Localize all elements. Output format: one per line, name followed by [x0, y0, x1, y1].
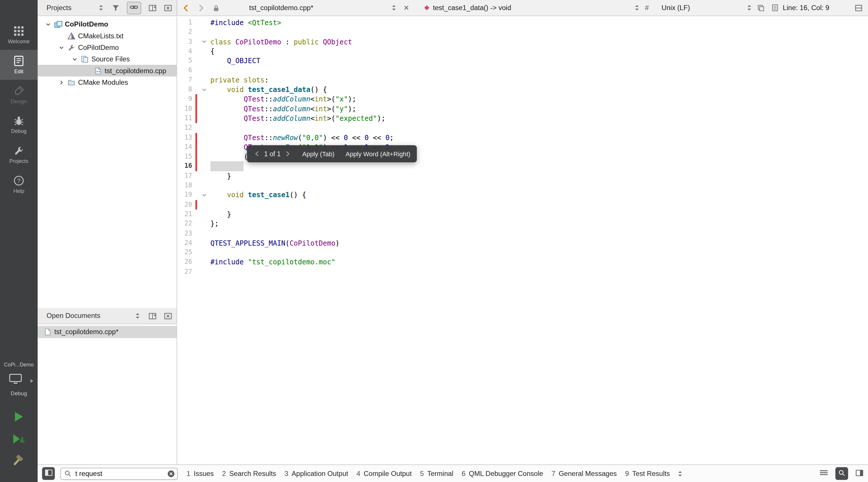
tree-item-copilotdemo[interactable]: CoPilotDemo [38, 41, 177, 53]
output-pane-chevron-icon[interactable] [677, 470, 684, 477]
fold-spacer [198, 200, 210, 209]
kit-selector-button[interactable] [9, 372, 29, 387]
code-line-7[interactable]: 7private slots: [177, 75, 868, 85]
code-line-19[interactable]: 19 void test_case1() { [177, 190, 868, 200]
code-line-23[interactable]: 23 [177, 229, 868, 238]
tree-item-cmake-modules[interactable]: CMake Modules [38, 76, 177, 88]
open-document-tst-copilotdemo-cpp[interactable]: tst_copilotdemo.cpp* [38, 326, 177, 338]
fold-marker-icon[interactable] [198, 190, 210, 200]
search-panel-toggle-button[interactable] [835, 467, 848, 480]
code-line-4[interactable]: 4{ [177, 47, 868, 56]
tree-item-copilotdemo[interactable]: CoPilotDemo [38, 18, 177, 30]
sync-with-editor-button[interactable] [127, 1, 141, 14]
close-panel-icon[interactable] [164, 4, 172, 11]
mode-projects[interactable]: Projects [0, 140, 38, 170]
code-line-22[interactable]: 22}; [177, 219, 868, 229]
code-line-24[interactable]: 24QTEST_APPLESS_MAIN(CoPilotDemo) [177, 238, 868, 248]
expander-open-icon[interactable] [57, 45, 66, 50]
previous-suggestion-icon[interactable] [253, 151, 260, 157]
mode-welcome[interactable]: Welcome [0, 20, 38, 50]
expander-open-icon[interactable] [70, 56, 80, 62]
code-line-12[interactable]: 12 [177, 123, 868, 133]
mode-edit[interactable]: Edit [0, 50, 38, 80]
code-line-18[interactable]: 18 [177, 181, 868, 190]
panel-selector-chevron-icon[interactable] [134, 312, 141, 320]
cpp-file-icon [93, 67, 103, 75]
line-ending-chevron-icon[interactable] [746, 0, 753, 16]
output-pane-qml-debugger-console[interactable]: 6QML Debugger Console [462, 470, 543, 477]
mode-label: Edit [14, 68, 23, 74]
output-pane-general-messages[interactable]: 7General Messages [552, 470, 617, 477]
code-line-20[interactable]: 20 [177, 200, 868, 209]
clear-search-button[interactable] [167, 470, 175, 479]
output-pane-application-output[interactable]: 3Application Output [284, 470, 348, 477]
tree-item-cmakelists-txt[interactable]: CMakeLists.txt [38, 30, 177, 41]
mode-help[interactable]: ?Help [0, 170, 38, 199]
output-pane-issues[interactable]: 1Issues [187, 470, 214, 477]
expander-closed-icon[interactable] [57, 80, 66, 85]
next-suggestion-icon[interactable] [284, 151, 291, 157]
code-line-27[interactable]: 27 [177, 267, 868, 277]
build-button[interactable] [11, 454, 26, 471]
expander-open-icon[interactable] [43, 21, 53, 27]
code-line-10[interactable]: 10 QTest::addColumn<int>("y"); [177, 104, 868, 114]
code-line-1[interactable]: 1#include <QtTest> [177, 18, 868, 27]
close-panel-icon[interactable] [164, 312, 172, 319]
fold-marker-icon[interactable] [198, 85, 210, 94]
search-icon [64, 470, 71, 477]
locator [60, 467, 178, 479]
left-sidebar-toggle-button[interactable] [42, 467, 55, 480]
mode-debug[interactable]: Debug [0, 110, 38, 140]
symbol-dropdown[interactable]: test_case1_data() -> void [433, 0, 511, 16]
fold-spacer [198, 142, 210, 152]
tree-item-source-files[interactable]: Source Files [38, 53, 177, 65]
open-file-dropdown[interactable]: tst_copilotdemo.cpp* [249, 0, 313, 16]
debug-run-button[interactable] [12, 433, 25, 446]
split-panel-icon[interactable] [148, 312, 157, 319]
change-marker-spacer [195, 85, 198, 94]
right-sidebar-toggle-button[interactable] [855, 469, 864, 478]
mode-design: Design [0, 80, 38, 110]
split-panel-icon[interactable] [148, 4, 157, 11]
run-button[interactable] [14, 411, 24, 424]
document-info-icon[interactable] [772, 0, 778, 16]
code-line-3[interactable]: 3class CoPilotDemo : public QObject [177, 37, 868, 47]
code-line-16[interactable]: 16 [177, 162, 868, 171]
output-pane-terminal[interactable]: 5Terminal [420, 470, 453, 477]
code-line-5[interactable]: 5 Q_OBJECT [177, 56, 868, 66]
symbol-dropdown-chevron-icon[interactable] [633, 0, 641, 16]
code-line-17[interactable]: 17 } [177, 171, 868, 181]
change-marker-spacer [195, 47, 198, 56]
output-pane-test-results[interactable]: 9Test Results [625, 470, 670, 477]
go-forward-icon[interactable] [198, 0, 204, 16]
change-marker-spacer [195, 238, 198, 248]
fold-marker-icon[interactable] [198, 37, 210, 47]
overlapping-squares-icon[interactable] [757, 0, 765, 16]
panel-selector-chevron-icon[interactable] [97, 4, 104, 11]
filter-icon[interactable] [112, 4, 120, 11]
output-pane-search-results[interactable]: 2Search Results [222, 470, 276, 477]
code-line-6[interactable]: 6 [177, 66, 868, 75]
line-ending-dropdown[interactable]: Unix (LF) [661, 0, 690, 16]
close-document-icon[interactable] [403, 0, 409, 16]
split-editor-icon[interactable] [855, 0, 863, 16]
file-dropdown-chevron-icon[interactable] [390, 0, 397, 16]
code-text: void test_case1_data() { [210, 85, 327, 94]
apply-suggestion-button[interactable]: Apply (Tab) [302, 150, 335, 157]
code-line-9[interactable]: 9 QTest::addColumn<int>("x"); [177, 94, 868, 104]
code-line-2[interactable]: 2 [177, 27, 868, 37]
code-editor[interactable]: 1#include <QtTest>23class CoPilotDemo : … [177, 17, 868, 464]
code-line-13[interactable]: 13 QTest::newRow("0,0") << 0 << 0 << 0; [177, 133, 868, 142]
locator-input[interactable] [60, 467, 178, 479]
output-pane-compile-output[interactable]: 4Compile Output [356, 470, 412, 477]
output-pane-options-button[interactable] [819, 469, 828, 478]
code-line-11[interactable]: 11 QTest::addColumn<int>("expected"); [177, 114, 868, 123]
code-line-25[interactable]: 25 [177, 248, 868, 257]
code-line-8[interactable]: 8 void test_case1_data() { [177, 85, 868, 94]
code-line-21[interactable]: 21 } [177, 209, 868, 219]
go-back-icon[interactable] [183, 0, 189, 16]
code-text: Q_OBJECT [210, 56, 260, 66]
tree-item-tst-copilotdemo-cpp[interactable]: tst_copilotdemo.cpp [38, 65, 177, 76]
code-line-26[interactable]: 26#include "tst_copilotdemo.moc" [177, 257, 868, 267]
apply-word-button[interactable]: Apply Word (Alt+Right) [346, 150, 410, 157]
